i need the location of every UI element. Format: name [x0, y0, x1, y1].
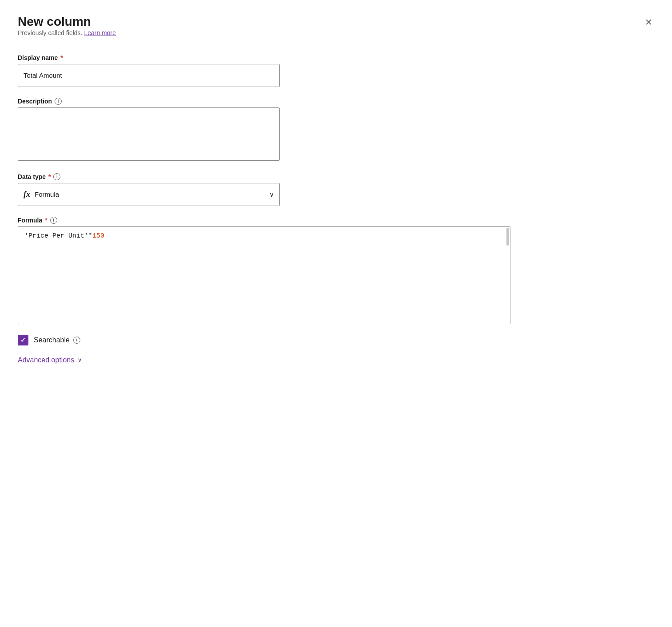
- data-type-label: Data type * i: [18, 173, 654, 180]
- panel-title-area: New column Previously called fields. Lea…: [18, 14, 116, 51]
- searchable-info-icon[interactable]: i: [73, 337, 80, 344]
- close-button[interactable]: ✕: [643, 16, 654, 28]
- data-type-required-star: *: [48, 173, 51, 180]
- formula-operator-part: *: [88, 232, 92, 240]
- formula-number-part: 150: [92, 232, 104, 240]
- data-type-value: Formula: [35, 190, 269, 198]
- formula-label: Formula * i: [18, 217, 654, 224]
- formula-string-part: 'Price Per Unit': [24, 232, 88, 240]
- formula-group: Formula * i 'Price Per Unit' * 150: [18, 217, 654, 324]
- formula-editor[interactable]: 'Price Per Unit' * 150: [18, 226, 510, 324]
- formula-icon: fx: [24, 190, 30, 199]
- panel-header: New column Previously called fields. Lea…: [18, 14, 654, 51]
- description-group: Description i: [18, 98, 654, 163]
- learn-more-link[interactable]: Learn more: [84, 29, 116, 36]
- display-name-input[interactable]: [18, 64, 280, 87]
- panel-title: New column: [18, 14, 116, 29]
- formula-info-icon[interactable]: i: [50, 217, 57, 224]
- data-type-group: Data type * i fx Formula ∨: [18, 173, 654, 206]
- panel-subtitle: Previously called fields. Learn more: [18, 29, 116, 36]
- searchable-label: Searchable i: [34, 336, 80, 344]
- description-info-icon[interactable]: i: [55, 98, 62, 105]
- close-icon: ✕: [645, 18, 652, 27]
- data-type-select[interactable]: fx Formula ∨: [18, 183, 280, 206]
- description-label: Description i: [18, 98, 654, 105]
- advanced-options-row[interactable]: Advanced options ∨: [18, 356, 654, 364]
- formula-required-star: *: [45, 217, 47, 224]
- subtitle-text: Previously called fields.: [18, 29, 83, 36]
- display-name-label: Display name *: [18, 54, 654, 61]
- searchable-row: ✓ Searchable i: [18, 335, 654, 345]
- formula-scrollbar[interactable]: [506, 228, 509, 246]
- required-star: *: [60, 54, 63, 61]
- advanced-options-label: Advanced options: [18, 356, 74, 364]
- checkmark-icon: ✓: [20, 337, 26, 344]
- formula-content: 'Price Per Unit' * 150: [24, 232, 504, 240]
- description-textarea[interactable]: [18, 107, 280, 161]
- searchable-checkbox[interactable]: ✓: [18, 335, 28, 345]
- advanced-options-chevron-icon: ∨: [78, 357, 82, 363]
- data-type-chevron-icon: ∨: [269, 191, 274, 198]
- display-name-group: Display name *: [18, 54, 654, 87]
- new-column-panel: New column Previously called fields. Lea…: [0, 0, 672, 627]
- data-type-info-icon[interactable]: i: [53, 173, 60, 180]
